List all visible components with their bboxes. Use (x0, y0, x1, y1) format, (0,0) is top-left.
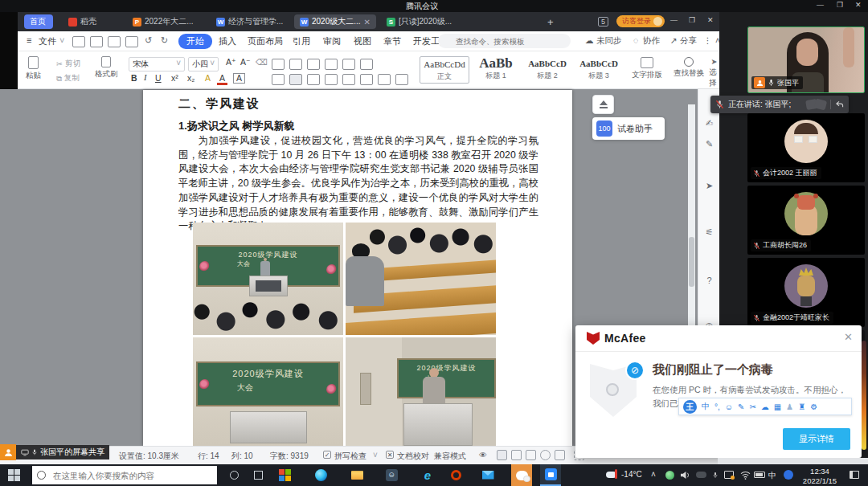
subscript-button[interactable]: x₂ (185, 73, 197, 83)
pencil-icon[interactable]: ✎ (704, 139, 714, 149)
reaction-ghost-icon[interactable] (814, 98, 827, 110)
eye-protect-icon[interactable]: 👁 (479, 451, 487, 459)
clear-format-icon[interactable]: ⌫ (253, 57, 270, 67)
video-tile-huchangchuang[interactable]: 工商胡长闯26 (747, 186, 865, 255)
chevron-down-icon[interactable]: ˅ (59, 35, 64, 45)
close-button[interactable]: ✕ (855, 1, 862, 9)
tab-home[interactable]: 首页 (24, 14, 53, 29)
cloud-tray-icon[interactable] (694, 468, 708, 482)
help-icon[interactable]: ? (704, 276, 714, 286)
spellcheck-icon[interactable]: ✓ (323, 451, 331, 459)
settings-slider-icon[interactable]: ⚟ (704, 227, 714, 238)
menu-section[interactable]: 章节 (383, 35, 401, 47)
shading-icon[interactable] (378, 74, 391, 85)
menu-layout[interactable]: 页面布局 (248, 35, 283, 47)
shrink-font-button[interactable]: A⁻ (238, 57, 253, 67)
tray-security-icon[interactable] (662, 468, 677, 482)
italic-button[interactable]: I (141, 73, 149, 82)
pc-manager-icon[interactable] (781, 468, 796, 482)
menu-reference[interactable]: 引用 (293, 35, 310, 47)
align-left-icon[interactable] (272, 74, 285, 85)
tab-ppt-2022[interactable]: P2022年大二... (127, 14, 199, 29)
menu-review[interactable]: 审阅 (323, 35, 341, 47)
mail-icon[interactable] (481, 468, 495, 482)
tab-doc-2020-active[interactable]: W2020级大二...✕ (294, 14, 376, 29)
ime-emoji-icon[interactable]: ☺ (725, 402, 733, 411)
ime-logo-icon[interactable]: 王 (683, 400, 697, 414)
paste-button[interactable]: 粘贴 (26, 56, 41, 81)
status-spellcheck[interactable]: 拼写检查 (334, 451, 366, 462)
copy-button[interactable]: ⧉复制 (56, 73, 80, 84)
numbered-list-icon[interactable] (289, 59, 302, 70)
volume-icon[interactable] (678, 468, 692, 482)
justify-icon[interactable] (325, 74, 338, 85)
style-heading2[interactable]: AaBbCcD标题 2 (522, 56, 572, 84)
page-view-icon[interactable] (497, 450, 507, 460)
new-tab-button[interactable]: + (542, 14, 553, 29)
ime-gear-icon[interactable]: ⚙ (810, 402, 817, 411)
maximize-button[interactable]: ❐ (837, 1, 843, 9)
temperature-text[interactable]: -14°C (621, 470, 642, 479)
preview-icon[interactable] (125, 36, 138, 47)
edge-icon[interactable] (313, 468, 328, 482)
ime-punct-icon[interactable]: °, (714, 402, 720, 411)
ime-cloud-icon[interactable]: ☁ (761, 402, 769, 411)
exam-helper-panel[interactable]: 100 试卷助手 (592, 117, 665, 140)
annotate-pen-icon[interactable]: ✍ (704, 118, 714, 129)
char-border-button[interactable]: A (233, 73, 245, 84)
ime-indicator[interactable]: 中 (768, 470, 776, 481)
command-search-input[interactable] (438, 34, 571, 48)
ie-icon[interactable]: e (420, 468, 435, 482)
ime-skin-icon[interactable]: ♜ (798, 402, 805, 411)
style-heading3[interactable]: AaBbCcD标题 3 (574, 56, 624, 84)
menu-view[interactable]: 视图 (354, 35, 371, 47)
tab-close-icon[interactable]: ✕ (364, 18, 371, 27)
export-pdf-icon[interactable] (90, 36, 103, 47)
print-icon[interactable] (108, 36, 121, 47)
redo-icon[interactable]: ↻ (161, 35, 168, 46)
cortana-icon[interactable] (227, 468, 241, 482)
video-tile-zhangguoping[interactable]: 张国平 (747, 27, 865, 93)
video-tile-yujingwang[interactable]: 金融2002于靖旺家长 (747, 258, 865, 327)
scrollbar-thumb[interactable] (689, 237, 694, 287)
superscript-button[interactable]: x² (169, 73, 181, 83)
style-heading1[interactable]: AaBb标题 1 (471, 56, 521, 84)
web-view-icon[interactable] (540, 450, 551, 460)
ms-store-icon[interactable] (277, 468, 292, 482)
battery-icon[interactable] (752, 468, 767, 482)
highlight-color-button[interactable]: A (203, 73, 213, 83)
pointer-icon[interactable]: ➤ (704, 181, 714, 191)
task-view-icon[interactable] (251, 468, 265, 482)
doc-count-badge[interactable]: 5 (598, 17, 608, 27)
find-replace-button[interactable]: 查找替换 (674, 57, 704, 79)
font-color-button[interactable]: A (217, 73, 227, 85)
wps-minimize-button[interactable]: — (670, 16, 678, 24)
ime-scissors-icon[interactable]: ✂ (749, 402, 755, 411)
menu-insert[interactable]: 插入 (219, 35, 236, 47)
ime-pen-icon[interactable]: ✎ (738, 402, 744, 411)
typography-button[interactable]: 文字排版 (632, 57, 662, 80)
style-normal[interactable]: AaBbCcDd正文 (420, 56, 469, 84)
pen-view-icon[interactable] (555, 450, 565, 460)
status-proofread[interactable]: 文档校对 (397, 451, 429, 462)
bold-button[interactable]: B (129, 73, 140, 83)
sync-status[interactable]: 未同步 (596, 35, 622, 47)
app-icon-dark[interactable]: ⊖ (384, 468, 399, 482)
ime-person-icon[interactable]: ♟ (786, 402, 793, 411)
video-tile-wanglili[interactable]: 会计2002 王丽丽 (747, 113, 865, 182)
tencent-meeting-icon[interactable] (540, 464, 561, 486)
cut-button[interactable]: ✂剪切 (56, 59, 80, 69)
save-icon[interactable] (72, 36, 85, 47)
chevron-down-icon[interactable]: ˅ (373, 451, 378, 459)
share-button[interactable]: 分享 (680, 35, 697, 47)
menu-start[interactable]: 开始 (178, 34, 212, 49)
start-button[interactable] (6, 468, 21, 482)
tray-clock[interactable]: 12:34 2022/1/15 (797, 467, 842, 486)
hamburger-icon[interactable]: ≡ (27, 35, 31, 45)
wifi-icon[interactable] (738, 468, 752, 482)
screen-clip-icon[interactable] (722, 468, 736, 482)
tab-docer[interactable]: 稻壳 (63, 14, 102, 29)
collaborate-button[interactable]: 协作 (643, 35, 660, 47)
align-right-icon[interactable] (307, 74, 320, 85)
font-size-select[interactable]: 小四˅ (188, 57, 219, 71)
